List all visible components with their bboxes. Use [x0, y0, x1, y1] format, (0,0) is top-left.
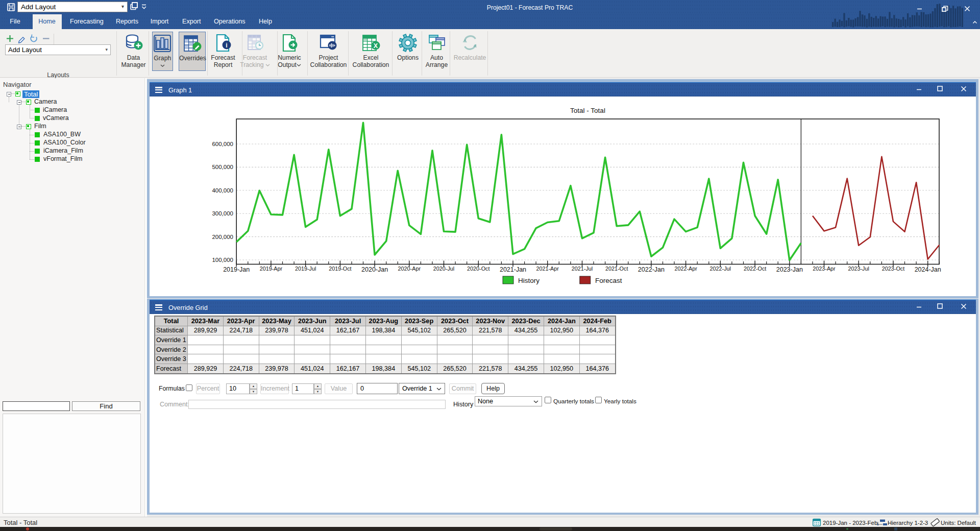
svg-text:2021-Apr: 2021-Apr: [536, 266, 559, 272]
svg-text:2019-Jan: 2019-Jan: [223, 266, 250, 273]
svg-text:2020-Apr: 2020-Apr: [398, 266, 421, 272]
svg-text:600,000: 600,000: [212, 141, 233, 147]
svg-text:2023-Apr: 2023-Apr: [813, 266, 836, 272]
svg-text:2019-Oct: 2019-Oct: [329, 266, 351, 272]
svg-text:2022-Oct: 2022-Oct: [744, 266, 766, 272]
svg-text:200,000: 200,000: [212, 234, 233, 240]
svg-text:2021-Jul: 2021-Jul: [572, 266, 593, 272]
svg-text:2020-Oct: 2020-Oct: [467, 266, 489, 272]
svg-text:2021-Jan: 2021-Jan: [500, 266, 526, 273]
svg-text:100,000: 100,000: [212, 257, 233, 263]
svg-text:Forecast: Forecast: [595, 277, 622, 284]
svg-text:2019-Jul: 2019-Jul: [295, 266, 316, 272]
svg-text:500,000: 500,000: [212, 164, 233, 170]
svg-text:Total - Total: Total - Total: [570, 107, 605, 114]
svg-text:X: X: [373, 42, 378, 50]
svg-text:2020-Jan: 2020-Jan: [361, 266, 388, 273]
svg-text:History: History: [518, 277, 540, 284]
svg-text:2022-Jan: 2022-Jan: [638, 266, 665, 273]
svg-text:2023-Jan: 2023-Jan: [776, 266, 803, 273]
svg-text:2021-Oct: 2021-Oct: [605, 266, 628, 272]
svg-text:2023-Oct: 2023-Oct: [882, 266, 904, 272]
svg-text:Project01 - Forecast Pro TRAC: Project01 - Forecast Pro TRAC: [487, 4, 573, 11]
svg-text:2023-Jul: 2023-Jul: [848, 266, 869, 272]
svg-text:2022-Apr: 2022-Apr: [674, 266, 697, 272]
svg-text:400,000: 400,000: [212, 187, 233, 194]
svg-text:2024-Jan: 2024-Jan: [915, 266, 941, 273]
svg-text:2019-Apr: 2019-Apr: [260, 266, 283, 272]
svg-text:2020-Jul: 2020-Jul: [433, 266, 454, 272]
svg-text:2022-Jul: 2022-Jul: [710, 266, 731, 272]
svg-text:i: i: [226, 42, 227, 49]
svg-text:300,000: 300,000: [212, 210, 233, 216]
